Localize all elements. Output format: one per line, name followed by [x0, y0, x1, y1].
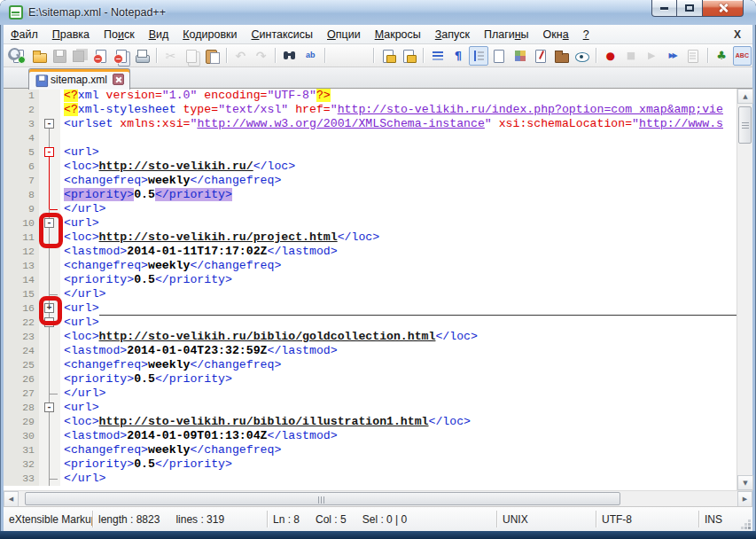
open-button[interactable]: [29, 46, 48, 66]
folder-as-workspace-button[interactable]: [552, 46, 571, 66]
minimize-button[interactable]: [651, 0, 677, 17]
line-number[interactable]: 3: [4, 117, 39, 131]
macro-record-button[interactable]: ●: [601, 46, 620, 66]
print-button[interactable]: [133, 46, 152, 66]
macro-run-multiple-button[interactable]: ▶▶: [663, 46, 682, 66]
horizontal-scroll-thumb[interactable]: [25, 492, 620, 505]
line-number[interactable]: 13: [4, 259, 39, 273]
spellcheck-abc-button[interactable]: ABC: [733, 46, 752, 66]
document-map-button[interactable]: [510, 46, 529, 66]
scroll-right-button[interactable]: ▶: [737, 491, 752, 507]
line-number[interactable]: 11: [4, 230, 39, 245]
menu-item-10[interactable]: Окна: [536, 26, 576, 43]
maximize-button[interactable]: [677, 0, 702, 17]
line-number[interactable]: 14: [4, 273, 39, 287]
line-number[interactable]: 24: [4, 344, 39, 358]
view-eye-button[interactable]: [573, 46, 591, 66]
menu-item-2[interactable]: Поиск: [97, 26, 142, 43]
line-number[interactable]: 28: [4, 401, 39, 415]
save-button[interactable]: [51, 46, 69, 66]
close-all-button[interactable]: [112, 46, 130, 66]
code-url-link[interactable]: http://sto-velikih.ru/project.html: [99, 230, 338, 244]
menu-item-9[interactable]: Плагины: [477, 26, 536, 43]
redo-button[interactable]: ↷: [252, 46, 270, 66]
zoom-in-button[interactable]: +: [330, 46, 348, 66]
code-url-link[interactable]: http://sto-velikih.ru/biblio/illustratio…: [99, 415, 429, 428]
sync-vertical-button[interactable]: [378, 46, 397, 66]
line-number[interactable]: 9: [4, 202, 39, 216]
code-url-link[interactable]: http://www.s: [639, 117, 723, 130]
menu-item-0[interactable]: Файл: [4, 26, 45, 43]
menu-item-3[interactable]: Вид: [142, 26, 176, 43]
plugin-tree-button[interactable]: ♣: [712, 46, 730, 66]
menu-item-8[interactable]: Запуск: [428, 26, 477, 43]
line-number[interactable]: 4: [4, 131, 39, 145]
line-number[interactable]: 29: [4, 415, 39, 429]
scroll-up-button[interactable]: ▲: [737, 89, 753, 104]
line-number[interactable]: 2: [4, 103, 39, 117]
menu-item-1[interactable]: Правка: [45, 26, 97, 43]
line-number[interactable]: 1: [4, 89, 39, 103]
close-button[interactable]: [91, 46, 110, 66]
cut-button[interactable]: ✂: [161, 46, 180, 66]
line-number[interactable]: 27: [4, 387, 39, 401]
document-switcher-button[interactable]: [531, 46, 549, 66]
resize-grip[interactable]: [748, 527, 751, 529]
save-all-button[interactable]: [71, 46, 90, 66]
line-number[interactable]: 7: [4, 174, 39, 188]
line-number[interactable]: 31: [4, 443, 39, 457]
fold-marker-open[interactable]: -: [44, 147, 54, 157]
horizontal-scrollbar[interactable]: ◀ ▶: [4, 490, 752, 506]
menu-item-5[interactable]: Синтаксисы: [245, 26, 321, 43]
close-button[interactable]: [702, 0, 744, 17]
line-number[interactable]: 23: [4, 330, 39, 344]
tab-close-icon[interactable]: [113, 74, 124, 85]
title-bar[interactable]: E:\sitemap.xml - Notepad++: [0, 0, 756, 25]
scroll-left-button[interactable]: ◀: [4, 491, 19, 507]
find-button[interactable]: [280, 46, 299, 66]
document-close-x-button[interactable]: X: [729, 27, 745, 43]
line-number[interactable]: 10: [4, 216, 39, 230]
copy-button[interactable]: [182, 46, 200, 66]
word-wrap-button[interactable]: [428, 46, 447, 66]
line-number[interactable]: 5: [4, 145, 39, 160]
code-url-link[interactable]: http://sto-velikih.ru/index.php?option=c…: [338, 103, 723, 116]
replace-button[interactable]: ab: [301, 46, 320, 66]
tab-sitemap-xml[interactable]: sitemap.xml: [28, 68, 130, 90]
line-number[interactable]: 22: [4, 316, 39, 330]
line-number[interactable]: 25: [4, 358, 39, 372]
line-number[interactable]: 6: [4, 160, 39, 174]
macro-play-button[interactable]: ▶: [643, 46, 661, 66]
line-number[interactable]: 30: [4, 429, 39, 443]
code-url-link[interactable]: http://sto-velikih.ru/: [99, 160, 253, 173]
menu-item-4[interactable]: Кодировки: [175, 26, 244, 43]
show-all-chars-button[interactable]: ¶: [448, 46, 467, 66]
fold-marker-open[interactable]: -: [44, 119, 54, 129]
indent-guide-button[interactable]: [469, 46, 487, 66]
scroll-down-button[interactable]: ▼: [737, 475, 753, 490]
code-url-link[interactable]: http://www.w3.org/2001/XMLSchema-instanc…: [197, 117, 484, 130]
vertical-scroll-thumb[interactable]: [738, 106, 752, 144]
function-list-button[interactable]: ƒ: [490, 46, 509, 66]
zoom-out-button[interactable]: −: [350, 46, 369, 66]
line-number[interactable]: 8: [4, 188, 39, 202]
macro-save-button[interactable]: [683, 46, 702, 66]
macro-stop-button[interactable]: ■: [621, 46, 640, 66]
fold-marker-open[interactable]: -: [44, 402, 54, 412]
menu-item-6[interactable]: Опции: [320, 26, 368, 43]
status-encoding[interactable]: UTF-8: [596, 507, 698, 531]
line-number[interactable]: 32: [4, 457, 39, 472]
code-url-link[interactable]: http://sto-velikih.ru/biblio/goldcollect…: [99, 330, 436, 343]
vertical-scrollbar[interactable]: ▲ ▼: [737, 89, 752, 490]
undo-button[interactable]: ↶: [231, 46, 250, 66]
status-eol-format[interactable]: UNIX: [497, 507, 596, 531]
line-number[interactable]: 12: [4, 245, 39, 259]
status-insert-mode[interactable]: INS: [699, 507, 752, 531]
line-number[interactable]: 16: [4, 301, 39, 316]
line-number[interactable]: 33: [4, 472, 39, 486]
code-editor[interactable]: 1<?xml version="1.0" encoding="UTF-8"?>2…: [4, 89, 752, 490]
menu-item-7[interactable]: Макросы: [368, 26, 428, 43]
paste-button[interactable]: [203, 46, 222, 66]
sync-horizontal-button[interactable]: [400, 46, 418, 66]
menu-item-11[interactable]: ?: [576, 26, 596, 43]
